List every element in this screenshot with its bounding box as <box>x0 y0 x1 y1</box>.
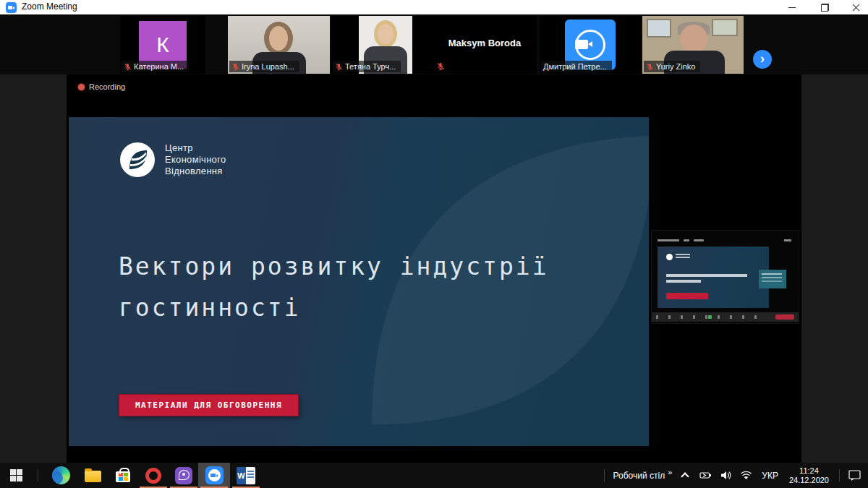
windows-icon <box>10 469 22 481</box>
participant-tile-katerina[interactable]: К Катерина М... <box>120 16 205 74</box>
thumbnail-side-panel <box>759 270 786 288</box>
system-tray: Робочий стіл » УКР 11:24 24.12.2020 <box>600 463 868 488</box>
minimize-button[interactable] <box>780 0 804 14</box>
desktop-toolbar-label[interactable]: Робочий стіл <box>609 471 667 481</box>
next-participants-button[interactable]: › <box>753 50 772 69</box>
word-icon: W <box>237 467 255 484</box>
participant-name-label: Yuriy Zinko <box>644 61 700 72</box>
taskbar-separator <box>38 469 38 481</box>
muted-mic-icon <box>335 63 343 71</box>
word-button[interactable]: W <box>230 463 262 488</box>
avatar-initial: К <box>156 33 169 57</box>
thumbnail-mini-slide <box>658 247 769 308</box>
hidden-icons-button[interactable] <box>681 472 689 480</box>
zoom-app-icon <box>6 2 17 13</box>
thumbnail-meeting-controls <box>652 312 799 322</box>
action-center-icon <box>848 470 861 481</box>
participant-name-label: Катерина М... <box>122 61 189 72</box>
minimize-icon <box>788 7 796 8</box>
viber-button[interactable] <box>168 463 200 488</box>
slide-title: Вектори розвитку індустрії гостинності <box>119 246 549 328</box>
speaker-icon[interactable] <box>720 471 731 480</box>
muted-mic-icon <box>646 63 654 71</box>
clock[interactable]: 11:24 24.12.2020 <box>789 466 829 485</box>
tray-separator <box>604 469 605 481</box>
close-button[interactable] <box>843 0 868 14</box>
thumbnail-more-icon <box>784 239 791 241</box>
close-icon <box>852 4 860 12</box>
restore-button[interactable] <box>812 0 837 14</box>
start-button[interactable] <box>0 463 32 488</box>
toolbar-overflow-chevron[interactable]: » <box>666 468 678 476</box>
participant-strip: К Катерина М... Iryna Lupash... Тетяна Т… <box>0 14 868 74</box>
muted-mic-icon <box>124 63 132 71</box>
mini-end-button <box>775 314 794 320</box>
presenter-screen-thumbnail <box>651 230 799 324</box>
organization-name: Центр Економічного Відновлення <box>165 142 226 177</box>
viber-icon <box>175 467 192 484</box>
restore-icon <box>821 4 829 12</box>
windows-taskbar: W Робочий стіл » УКР 11:24 24.12.2020 <box>0 463 868 488</box>
participant-name-label: Дмитрий Петре... <box>541 61 612 72</box>
edge-icon <box>52 466 70 484</box>
file-explorer-icon <box>85 471 101 482</box>
participant-name-label: Тетяна Турч... <box>333 61 401 72</box>
recording-dot-icon <box>78 84 85 90</box>
slide-materials-button: МАТЕРІАЛИ ДЛЯ ОБГОВОРЕННЯ <box>119 394 299 416</box>
microsoft-store-icon <box>116 471 130 482</box>
window-title: Zoom Meeting <box>22 1 77 12</box>
next-arrow-icon: › <box>760 51 765 66</box>
participant-tile-maksym[interactable]: Maksym Boroda <box>433 16 537 74</box>
wifi-icon[interactable] <box>740 471 752 480</box>
recording-label: Recording <box>89 82 125 91</box>
presentation-slide: Центр Економічного Відновлення Вектори р… <box>69 117 649 446</box>
participant-tile-yuriy[interactable]: Yuriy Zinko <box>642 16 744 74</box>
muted-mic-icon <box>436 62 445 71</box>
zoom-icon <box>205 466 224 484</box>
thumbnail-toolbar <box>658 239 704 241</box>
window-titlebar: Zoom Meeting <box>0 0 868 14</box>
organization-logo: Центр Економічного Відновлення <box>120 142 226 177</box>
battery-icon[interactable] <box>699 471 712 480</box>
participant-tile-iryna[interactable]: Iryna Lupash... <box>228 16 330 74</box>
mini-logo-icon <box>666 254 673 260</box>
clock-time: 11:24 <box>789 466 829 476</box>
participant-tile-dmitriy[interactable]: Дмитрий Петре... <box>540 16 641 74</box>
store-button[interactable] <box>107 463 139 488</box>
action-center-button[interactable] <box>848 470 861 481</box>
participant-tile-tetyana[interactable]: Тетяна Турч... <box>331 16 440 74</box>
tray-separator <box>839 469 840 481</box>
participant-name-label: Iryna Lupash... <box>229 61 299 72</box>
muted-mic-icon <box>231 63 239 71</box>
language-indicator[interactable]: УКР <box>762 471 778 481</box>
participant-name-centered: Maksym Boroda <box>433 38 537 48</box>
clock-date: 24.12.2020 <box>789 476 829 485</box>
file-explorer-button[interactable] <box>77 463 109 488</box>
opera-icon <box>145 468 161 484</box>
edge-button[interactable] <box>45 463 77 488</box>
cer-leaf-logo-icon <box>120 142 155 177</box>
opera-button[interactable] <box>137 463 169 488</box>
zoom-taskbar-button[interactable] <box>198 463 230 488</box>
mini-cta-button <box>666 293 708 299</box>
recording-indicator: Recording <box>78 82 125 91</box>
